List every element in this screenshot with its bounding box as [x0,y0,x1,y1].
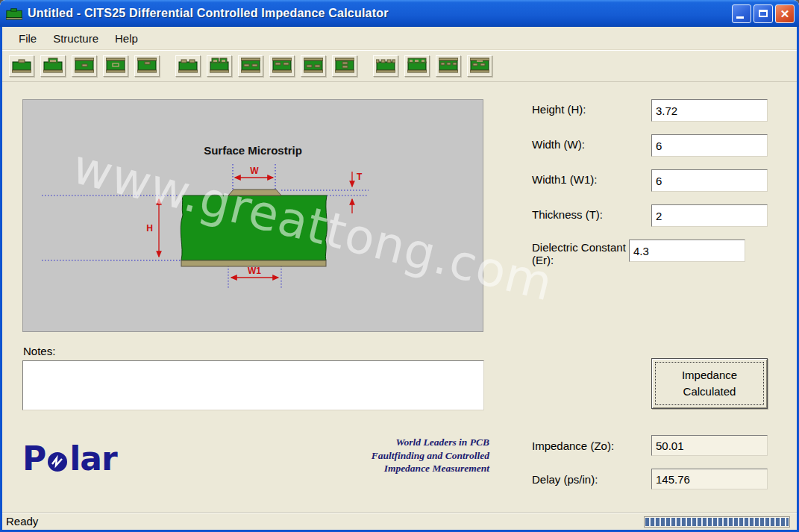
menu-structure[interactable]: Structure [45,29,107,48]
diagram-title: Surface Microstrip [204,144,302,157]
delay-label: Delay (ps/in): [532,473,651,486]
field-row-width: Width (W): [532,134,768,157]
diff-surface-microstrip-icon [178,57,198,74]
progress-bar-fill [645,518,789,526]
window-title: Untitled - CITS25 Differential Controlle… [28,7,730,20]
polar-logo-o-icon [46,451,69,473]
thickness-label: Thickness (T): [532,204,651,221]
tagline-line-1: World Leaders in PCB [269,436,489,449]
notes-label: Notes: [23,345,55,357]
field-row-thickness: Thickness (T): [532,204,768,227]
diff-coated-coplanar-icon [407,57,427,74]
toolbar-button-diff-coated-coplanar[interactable] [404,55,430,77]
results-panel: Impedance (Zo): Delay (ps/in): [532,435,768,502]
toolbar-button-diff-embedded-coplanar[interactable] [436,55,461,77]
window-frame-left [0,27,2,532]
company-tagline: World Leaders in PCB Faultfinding and Co… [269,436,489,475]
field-row-width1: Width1 (W1): [532,169,768,192]
diff-embedded-coplanar-icon [439,57,458,74]
diff-coated-microstrip-icon [210,57,229,74]
width1-input[interactable] [651,169,768,192]
result-row-impedance: Impedance (Zo): [532,435,768,456]
stripline-icon [137,57,157,74]
result-row-delay: Delay (ps/in): [532,469,768,489]
title-bar[interactable]: Untitled - CITS25 Differential Controlle… [0,0,799,27]
height-label: Height (H): [532,99,651,116]
dielectric-label: Dielectric Constant (Er): [532,240,629,266]
impedance-output [651,435,768,456]
dim-label-t: T [357,172,363,182]
toolbar-button-coated-microstrip[interactable] [40,55,66,77]
width1-label: Width1 (W1): [532,169,651,186]
tagline-line-3: Impedance Measurement [269,462,489,475]
diff-surface-coplanar-icon [376,57,395,74]
dim-label-w: W [250,166,259,176]
impedance-calculated-button-label: Impedance Calculated [655,362,764,405]
offset-stripline-icon [106,57,125,74]
pcb-substrate [181,195,327,260]
toolbar-button-diff-embedded-microstrip[interactable] [238,55,263,77]
progress-bar [644,516,790,528]
toolbar-button-diff-stripline[interactable] [301,55,326,77]
toolbar-button-diff-surface-microstrip[interactable] [175,55,201,77]
toolbar-button-diff-coated-microstrip[interactable] [207,55,232,77]
diff-broadside-stripline-icon [335,57,354,74]
toolbar-button-embedded-microstrip[interactable] [72,55,97,77]
dim-label-h: H [146,223,153,234]
polar-logo: P lar [22,439,117,478]
status-bar: Ready [0,512,799,530]
notes-textarea[interactable] [22,360,484,410]
diff-offset-stripline-icon [272,57,292,74]
parameters-form: Height (H): Width (W): Width1 (W1): Thic… [532,99,768,285]
close-icon: ✕ [780,8,790,19]
width-label: Width (W): [532,134,651,151]
field-row-dielectric: Dielectric Constant (Er): [532,240,768,272]
toolbar-button-diff-stripline-coplanar[interactable] [467,55,492,77]
polar-logo-p: P [22,439,46,478]
thickness-input[interactable] [651,204,768,227]
close-button[interactable]: ✕ [775,4,795,23]
app-window: Untitled - CITS25 Differential Controlle… [0,0,799,532]
minimize-icon [736,16,744,19]
maximize-button[interactable] [753,4,773,23]
toolbar-button-diff-broadside-stripline[interactable] [332,55,357,77]
coated-microstrip-icon [43,57,63,74]
diff-stripline-icon [304,57,323,74]
toolbar-button-diff-surface-coplanar[interactable] [373,55,398,77]
menu-help[interactable]: Help [107,29,146,48]
surface-microstrip-icon [12,57,31,74]
polar-logo-rest: lar [69,439,116,478]
toolbar-button-stripline[interactable] [134,55,160,77]
dielectric-input[interactable] [629,240,745,262]
toolbar-button-diff-offset-stripline[interactable] [269,55,295,77]
pcb-trace [228,190,281,195]
embedded-microstrip-icon [75,57,94,74]
status-text: Ready [6,515,38,528]
dim-label-w1: W1 [248,266,261,276]
menu-file[interactable]: File [10,29,45,48]
maximize-icon [759,10,768,17]
menu-bar: File Structure Help [2,27,797,50]
minimize-button[interactable] [732,4,751,23]
field-row-height: Height (H): [532,99,768,122]
impedance-calculated-button[interactable]: Impedance Calculated [651,358,768,409]
height-input[interactable] [651,99,768,122]
delay-output [651,469,768,489]
tagline-line-2: Faultfinding and Controlled [269,449,489,463]
width-input[interactable] [651,134,768,157]
impedance-label: Impedance (Zo): [532,439,651,452]
toolbar [2,50,797,82]
diff-embedded-microstrip-icon [241,57,260,74]
diff-stripline-coplanar-icon [470,57,489,74]
toolbar-button-surface-microstrip[interactable] [9,55,34,77]
structure-diagram: Surface Microstrip [23,100,483,331]
structure-diagram-panel: Surface Microstrip [22,99,483,332]
app-icon [6,7,22,20]
toolbar-button-offset-stripline[interactable] [103,55,128,77]
